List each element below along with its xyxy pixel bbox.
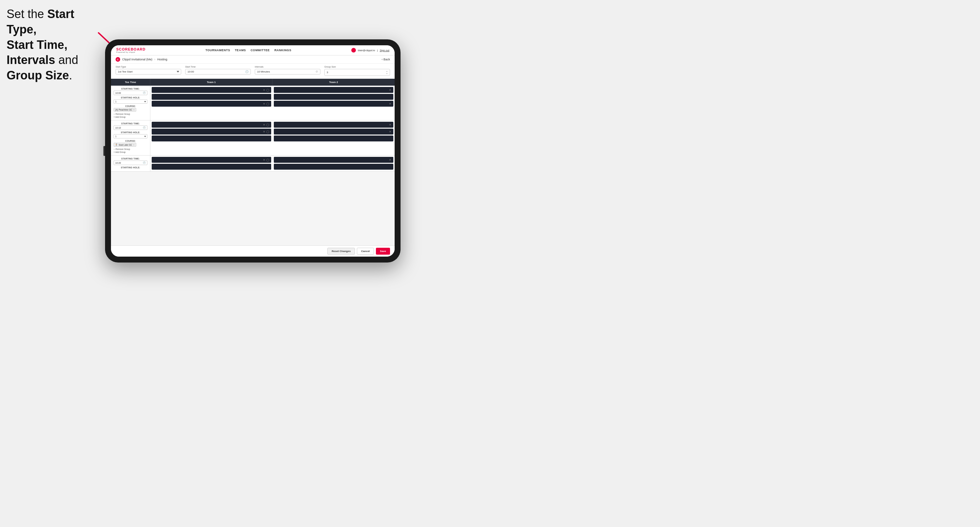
g3-t1-player2 — [152, 164, 271, 170]
g2-course-name: East Lake GC — [119, 144, 132, 146]
instruction-text: Set the Start Type, Start Time, Interval… — [6, 6, 105, 83]
g2-remove-group[interactable]: ○ Remove Group — [114, 148, 147, 150]
instruction-and: and — [59, 53, 78, 67]
intervals-icon: ⏱ — [315, 70, 318, 73]
g2-t2-player1: ✕ — [274, 122, 393, 128]
g2-team1: ✕ ◯ ✕ ◯ — [150, 121, 272, 155]
reset-changes-button[interactable]: Reset Changes — [327, 248, 355, 255]
start-time-input[interactable]: 10:00 🕙 — [185, 69, 251, 75]
logo-subtitle: Powered by clippd — [116, 51, 145, 53]
g1-t2-p1-x[interactable]: ✕ — [389, 89, 391, 92]
g3-t2-player1: ✕ — [274, 157, 393, 163]
g1-course-remove[interactable]: × — [133, 109, 135, 111]
nav-rankings[interactable]: RANKINGS — [274, 49, 291, 52]
g2-t1-player2: ✕ ◯ — [152, 129, 271, 135]
group-2-left: STARTING TIME: 10:10 🕙 STARTING HOLE: 1 … — [111, 121, 150, 155]
g1-t2-player3: ✕ — [274, 101, 393, 106]
controls-bar: Start Type 1st Tee Start Start Time 10:0… — [111, 63, 395, 79]
g1-t1-p3-circle[interactable]: ◯ — [266, 102, 269, 105]
intervals-input[interactable]: 10 Minutes ⏱ — [255, 69, 320, 75]
instruction-period: . — [69, 68, 72, 82]
start-time-value: 10:00 — [188, 70, 194, 73]
logo: SCOREBOARD Powered by clippd — [116, 47, 145, 53]
g2-t2-p1-x[interactable]: ✕ — [389, 123, 391, 126]
g2-course-area: 🏌 East Lake GC × — [114, 143, 147, 147]
nav-tournaments[interactable]: TOURNAMENTS — [205, 49, 230, 52]
start-type-select[interactable]: 1st Tee Start — [116, 69, 181, 75]
g1-t1-p1-x[interactable]: ✕ — [263, 89, 265, 92]
g2-t1-p1-x[interactable]: ✕ — [263, 123, 265, 126]
back-button[interactable]: ‹ Back — [382, 58, 390, 61]
g2-t2-p2-x[interactable]: ✕ — [389, 130, 391, 133]
schedule-table: Tee Time Team 1 Team 2 STARTING TIME: 10… — [111, 79, 395, 246]
g1-starting-hole-label: STARTING HOLE: — [114, 97, 147, 99]
tournament-name[interactable]: Clippd Invitational (Me) — [122, 58, 152, 61]
g2-t1-player3 — [152, 135, 271, 141]
navbar: SCOREBOARD Powered by clippd TOURNAMENTS… — [111, 45, 395, 56]
g1-starting-time-input[interactable]: 10:00 🕙 — [114, 90, 147, 95]
table-header: Tee Time Team 1 Team 2 — [111, 79, 395, 86]
g3-t1-p1-x[interactable]: ✕ — [263, 159, 265, 162]
col-tee-time: Tee Time — [111, 79, 150, 86]
nav-links: TOURNAMENTS TEAMS COMMITTEE RANKINGS — [205, 49, 291, 52]
g1-t2-p3-x[interactable]: ✕ — [389, 102, 391, 105]
group-size-input[interactable]: 3 ▲ ▼ — [325, 69, 390, 76]
g1-t2-player2 — [274, 94, 393, 100]
g2-hole-select[interactable]: 1 — [114, 134, 147, 138]
g2-add-label: + Add Group — [114, 151, 126, 153]
g3-starting-time-input[interactable]: 10:20 🕙 — [114, 160, 147, 165]
g1-add-label: + Add Group — [114, 116, 126, 118]
g2-t1-p2-circle[interactable]: ◯ — [266, 130, 269, 133]
g3-starting-time-value: 10:20 — [115, 162, 121, 164]
g1-t1-p1-circle[interactable]: ◯ — [266, 89, 269, 92]
g1-course-area: (A) Peachtree GC × — [114, 108, 147, 111]
instruction-bold3: Intervals — [6, 53, 55, 67]
group-size-arrows: ▲ ▼ — [386, 70, 388, 75]
g1-t2-player1: ✕ — [274, 87, 393, 93]
g1-hole-select-wrapper: 1 — [114, 99, 147, 104]
g3-t2-p1-x[interactable]: ✕ — [389, 159, 391, 162]
g1-t1-p3-x[interactable]: ✕ — [263, 102, 265, 105]
g2-t2-player3 — [274, 135, 393, 141]
intervals-group: Intervals 10 Minutes ⏱ — [255, 66, 320, 76]
cancel-button[interactable]: Cancel — [357, 248, 374, 255]
clippd-logo: C — [116, 57, 120, 62]
g3-t1-player1: ✕ ◯ — [152, 157, 271, 163]
user-avatar — [351, 48, 356, 52]
g1-add-group[interactable]: + Add Group — [114, 116, 147, 118]
g2-starting-time-value: 10:10 — [115, 127, 121, 129]
save-button[interactable]: Save — [376, 248, 390, 255]
g3-team2: ✕ — [272, 156, 395, 171]
clock-icon: 🕙 — [245, 70, 248, 73]
nav-committee[interactable]: COMMITTEE — [250, 49, 270, 52]
g3-team1: ✕ ◯ — [150, 156, 272, 171]
g2-course-remove[interactable]: × — [133, 144, 134, 146]
g2-t1-p2-x[interactable]: ✕ — [263, 130, 265, 133]
g2-add-group[interactable]: + Add Group — [114, 151, 147, 153]
start-time-label: Start Time — [185, 66, 251, 68]
breadcrumb-separator: › — [154, 58, 155, 61]
g1-remove-label: Remove Group — [116, 113, 130, 115]
group-size-label: Group Size — [325, 66, 390, 68]
g3-t1-p1-circle[interactable]: ◯ — [266, 159, 269, 162]
g1-remove-group[interactable]: ○ Remove Group — [114, 113, 147, 115]
g2-course-icon: 🏌 — [115, 143, 118, 146]
instruction-prefix: Set the — [6, 7, 47, 21]
g1-course-label: COURSE: — [114, 105, 147, 107]
nav-teams[interactable]: TEAMS — [235, 49, 246, 52]
controls-row: Start Type 1st Tee Start Start Time 10:0… — [116, 66, 390, 76]
breadcrumb: C Clippd Invitational (Me) › Hosting — [116, 57, 167, 62]
sign-out-link[interactable]: Sign out — [380, 49, 389, 52]
g1-action-links: ○ Remove Group + Add Group — [114, 113, 147, 118]
g2-hole-select-wrapper: 1 — [114, 134, 147, 138]
g1-hole-select[interactable]: 1 — [114, 99, 147, 104]
g2-starting-time-input[interactable]: 10:10 🕙 — [114, 125, 147, 130]
g3-starting-time-label: STARTING TIME: — [114, 157, 147, 160]
instruction-bold2: Start Time, — [6, 38, 67, 51]
separator: | — [377, 49, 378, 52]
col-team2: Team 2 — [272, 79, 395, 86]
g2-team2: ✕ ✕ — [272, 121, 395, 155]
breadcrumb-bar: C Clippd Invitational (Me) › Hosting ‹ B… — [111, 56, 395, 63]
g2-t1-p1-circle[interactable]: ◯ — [266, 123, 269, 126]
user-email: blair@clippd.io — [358, 49, 375, 52]
